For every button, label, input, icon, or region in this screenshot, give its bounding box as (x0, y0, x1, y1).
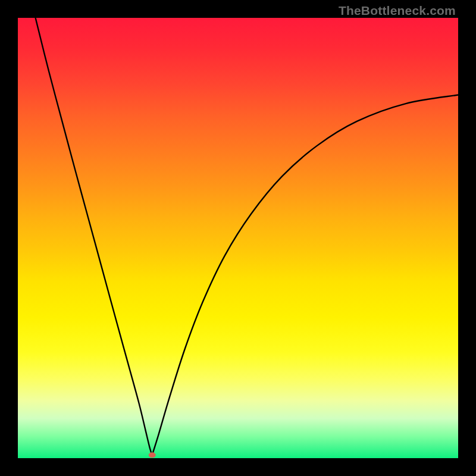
left-branch-curve (36, 18, 152, 455)
right-branch-curve (152, 95, 458, 455)
watermark-text: TheBottleneck.com (339, 4, 456, 18)
chart-container: TheBottleneck.com (0, 0, 476, 476)
minimum-marker (149, 452, 156, 458)
curve-svg (18, 18, 458, 458)
